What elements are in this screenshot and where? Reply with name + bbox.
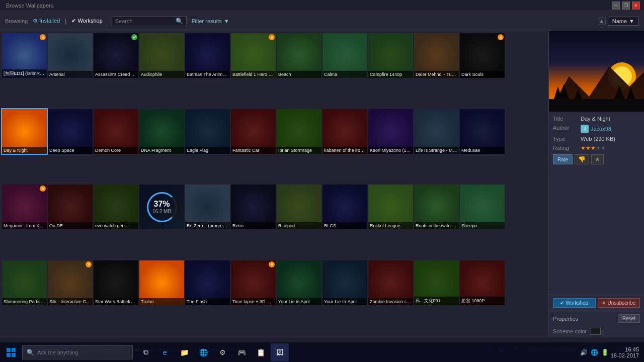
svg-rect-47 (549, 99, 644, 112)
wallpaper-thumb[interactable]: Audiophile (139, 33, 184, 78)
wallpaper-thumb[interactable]: Day & Night (2, 109, 47, 154)
wallpaper-thumb[interactable]: On DE (48, 185, 93, 229)
wallpaper-thumb[interactable]: overwatch genji (94, 185, 138, 229)
close-button[interactable]: ✕ (632, 2, 640, 10)
wallpaper-label: Dark Souls (460, 71, 505, 78)
wallpaper-thumb[interactable]: Campfire 1440p (368, 33, 413, 78)
wallpaper-thumb[interactable]: Deep Space (48, 109, 93, 154)
wallpaper-thumb[interactable]: 忽忘 1080P (460, 260, 505, 305)
wallpaper-thumb[interactable]: Eagle Flag (185, 109, 230, 154)
wallpaper-thumb[interactable]: kabanen of the iron fortress-mumai (1080… (323, 109, 367, 154)
wallpaper-thumb[interactable]: The Flash (185, 260, 230, 305)
app6-icon[interactable]: 📋 (252, 343, 270, 361)
sort-select[interactable]: Name ▼ (608, 17, 639, 26)
task-view-icon[interactable]: ⧉ (137, 343, 155, 361)
wallpaper-thumb[interactable]: RLCS (323, 185, 367, 229)
wallpaper-thumb[interactable]: Roots in the water - 4K (414, 185, 459, 229)
wallpaper-thumb[interactable]: Re:Zero... (progress) (185, 185, 230, 229)
type-row: Type Web (290 KB) (553, 136, 640, 142)
wallpaper-label: Star Wars Battlefront Darth Vader Endor … (94, 298, 138, 305)
reset-button[interactable]: Reset (618, 314, 640, 323)
wallpaper-thumb[interactable]: 私...文化001 (414, 260, 459, 305)
wallpaper-thumb[interactable]: Time lapse + 3D Digital Clock★ (231, 260, 276, 305)
wallpaper-thumb[interactable]: Ricepod (277, 185, 321, 229)
wallpaper-label: On DE (48, 222, 93, 229)
taskbar-search-input[interactable] (37, 349, 118, 355)
wallpaper-thumb[interactable]: Shimmering Particles (2, 260, 47, 305)
wallpaper-thumb[interactable]: Fantastic Car (231, 109, 276, 154)
edge-icon[interactable]: e (156, 343, 174, 361)
taskbar-tray: 🔊 🌐 🔋 16:45 18-02-2017 (580, 346, 642, 358)
app5-icon[interactable]: 🎮 (232, 343, 251, 361)
wallpaper-thumb[interactable]: Demon Core (94, 109, 138, 154)
wallpaper-label: 忽忘 1080P (460, 297, 505, 305)
wallpaper-thumb[interactable]: 37% 16.2 MB (139, 185, 184, 229)
collapse-button[interactable]: ▲ (598, 17, 606, 25)
filter-label: Filter results (192, 18, 222, 24)
wallpaper-thumb[interactable]: Battlefield 1 Hero and Zeppelin (No Musi… (231, 33, 276, 78)
wallpaper-label: Audiophile (139, 71, 184, 78)
installed-link[interactable]: ⚙ Installed (33, 18, 60, 24)
wallpaper-label: Beach (277, 71, 321, 78)
title-label: Title (553, 116, 581, 122)
workshop-label: Workshop (566, 300, 588, 306)
wallpaper-thumb[interactable]: Arsenal (48, 33, 93, 78)
wallpaper-label: Kaori Miyazono (1080 - The Falling Sno..… (368, 147, 413, 154)
workshop-link[interactable]: ✔ Workshop (71, 18, 102, 24)
wallpaper-thumb[interactable]: Dark Souls★ (460, 33, 505, 78)
wallpaper-thumb[interactable]: Retro (231, 185, 276, 229)
restore-button[interactable]: ❐ (622, 2, 630, 10)
rating-buttons: Rate 👎 ★ (553, 154, 640, 164)
search-input[interactable] (115, 18, 176, 24)
wallpaper-thumb[interactable]: Daler Mehndi - Tunak Tunak Tun (414, 33, 459, 78)
tray-icon-1: 🔊 (580, 349, 588, 356)
author-name[interactable]: Jacox98 (591, 126, 611, 132)
titlebar-controls: ─ ❐ ✕ (612, 2, 640, 10)
wallpaper-thumb[interactable]: Life Is Strange - Max in the school gard… (414, 109, 459, 154)
title-value: Day & Night (581, 116, 640, 122)
wallpaper-label: Silk - Interactive Generative Art (48, 298, 93, 305)
wallpaper-thumb[interactable]: Rocket League (368, 185, 413, 229)
wallpaper-thumb[interactable]: Calma (323, 33, 367, 78)
wallpaper-thumb[interactable]: Batman The Animated Series (With Lightni… (185, 33, 230, 78)
search-icon: 🔍 (27, 349, 34, 356)
wallpaper-engine-icon[interactable]: 🖼 (271, 343, 289, 361)
wallpaper-thumb[interactable]: [無限ED1] (GrimReminder Remix)★ (2, 33, 47, 78)
app4-icon[interactable]: ⚙ (213, 343, 231, 361)
color-swatch[interactable] (591, 328, 601, 335)
wallpaper-label: Campfire 1440p (368, 71, 413, 78)
download-overlay: 37% 16.2 MB (139, 185, 184, 229)
unsub-label: Unsubscribe (607, 300, 635, 306)
favorite-button[interactable]: ★ (591, 154, 604, 164)
right-panel: Title Day & Night Author J Jacox98 Type … (548, 31, 644, 337)
wallpaper-thumb[interactable]: Your Lie in April (277, 260, 321, 305)
thumbdown-button[interactable]: 👎 (575, 154, 589, 164)
download-circle: 37% 16.2 MB (147, 192, 177, 222)
wallpaper-label: Roots in the water - 4K (414, 222, 459, 229)
wallpaper-thumb[interactable]: Assassin's Creed Syndicate LOGO✔ (94, 33, 138, 78)
browsing-label: Browsing (5, 18, 28, 24)
wallpaper-thumb[interactable]: Ibrian Stormrage (277, 109, 321, 154)
minimize-button[interactable]: ─ (612, 2, 620, 10)
chrome-icon[interactable]: 🌐 (194, 343, 212, 361)
explorer-icon[interactable]: 📁 (175, 343, 193, 361)
wallpaper-thumb[interactable]: Beach (277, 33, 321, 78)
wallpaper-label: Ibrian Stormrage (277, 147, 321, 154)
filter-button[interactable]: Filter results ▼ (192, 18, 229, 24)
rate-button[interactable]: Rate (553, 154, 573, 164)
wallpaper-label: RLCS (323, 222, 367, 229)
wallpaper-thumb[interactable]: Zombie Invasion section 3 (HQ) (368, 260, 413, 305)
start-button[interactable] (2, 343, 20, 361)
wallpaper-thumb[interactable]: Trolno (139, 260, 184, 305)
author-row: Author J Jacox98 (553, 125, 640, 133)
workshop-button[interactable]: ✔ Workshop (553, 298, 596, 308)
wallpaper-thumb[interactable]: Megumin - from KonoSuba 1080p★ (2, 185, 47, 229)
wallpaper-thumb[interactable]: Your-Lie-In-April (323, 260, 367, 305)
wallpaper-thumb[interactable]: Silk - Interactive Generative Art★ (48, 260, 93, 305)
wallpaper-thumb[interactable]: Kaori Miyazono (1080 - The Falling Sno..… (368, 109, 413, 154)
unsubscribe-button[interactable]: ✕ Unsubscribe (598, 298, 640, 308)
wallpaper-thumb[interactable]: Medusae (460, 109, 505, 154)
wallpaper-thumb[interactable]: Star Wars Battlefront Darth Vader Endor … (94, 260, 138, 305)
wallpaper-thumb[interactable]: DNA Fragment (139, 109, 184, 154)
wallpaper-thumb[interactable]: Sheepu (460, 185, 505, 229)
